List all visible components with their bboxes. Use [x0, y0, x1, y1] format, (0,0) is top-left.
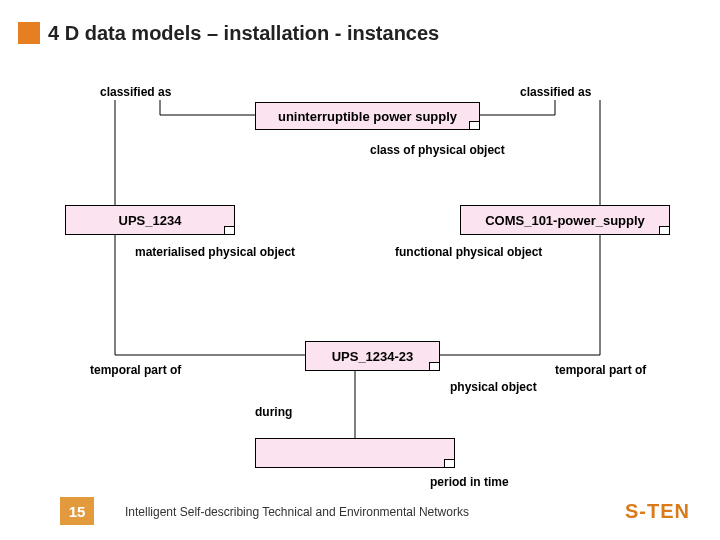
box-corner-icon [224, 226, 234, 234]
box-period-blank [255, 438, 455, 468]
page-number-badge: 15 [60, 497, 94, 525]
diagram-canvas: classified as classified as uninterrupti… [0, 75, 720, 485]
connector-lines [0, 75, 720, 485]
box-uninterruptible-power-supply: uninterruptible power supply [255, 102, 480, 130]
label-classified-left: classified as [100, 85, 171, 99]
box-corner-icon [469, 121, 479, 129]
title-accent-block [18, 22, 40, 44]
box-corner-icon [659, 226, 669, 234]
title-bar: 4 D data models – installation - instanc… [0, 22, 720, 52]
box-corner-icon [429, 362, 439, 370]
box-text: uninterruptible power supply [278, 109, 457, 124]
brand-logo-text: S-TEN [625, 500, 690, 523]
label-functional-physical-object: functional physical object [395, 245, 542, 259]
box-ups-1234: UPS_1234 [65, 205, 235, 235]
label-temporal-part-right: temporal part of [555, 363, 646, 377]
box-ups-1234-23: UPS_1234-23 [305, 341, 440, 371]
box-text: COMS_101-power_supply [485, 213, 645, 228]
footer: 15 Intelligent Self-describing Technical… [0, 495, 720, 525]
label-classified-right: classified as [520, 85, 591, 99]
footer-text: Intelligent Self-describing Technical an… [125, 505, 469, 519]
label-during: during [255, 405, 292, 419]
label-class-of-physical-object: class of physical object [370, 143, 505, 157]
box-text: UPS_1234 [119, 213, 182, 228]
box-corner-icon [444, 459, 454, 467]
label-materialised-physical-object: materialised physical object [135, 245, 295, 259]
label-temporal-part-left: temporal part of [90, 363, 181, 377]
label-period-in-time: period in time [430, 475, 509, 489]
page-title: 4 D data models – installation - instanc… [48, 22, 439, 45]
label-physical-object: physical object [450, 380, 537, 394]
box-coms-101-power-supply: COMS_101-power_supply [460, 205, 670, 235]
box-text: UPS_1234-23 [332, 349, 414, 364]
